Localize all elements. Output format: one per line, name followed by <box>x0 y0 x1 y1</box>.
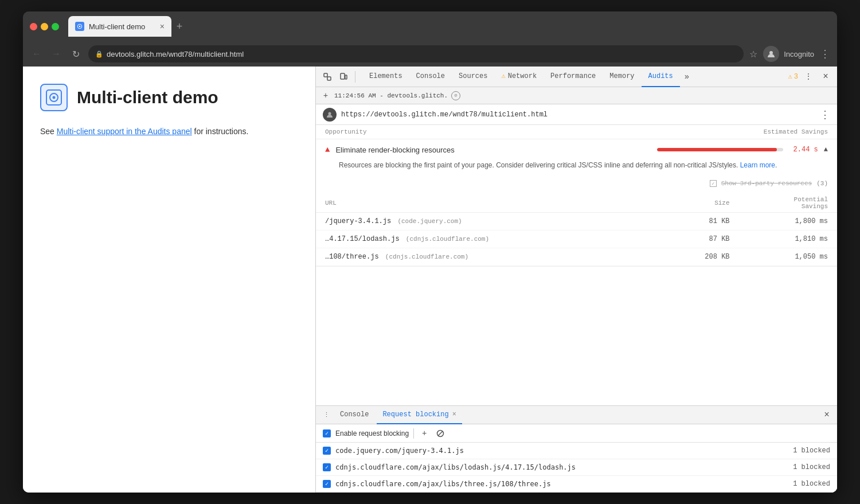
close-window-button[interactable] <box>30 23 37 30</box>
enable-blocking-label: Enable request blocking <box>335 429 409 437</box>
device-toolbar-button[interactable] <box>337 70 350 84</box>
devtools-close-button[interactable]: × <box>819 70 832 84</box>
svg-rect-6 <box>324 73 327 77</box>
minimize-window-button[interactable] <box>41 23 48 30</box>
devtools-toolbar: Elements Console Sources ⚠ Network Perfo… <box>316 67 837 87</box>
back-button[interactable]: ← <box>30 47 44 61</box>
svg-point-10 <box>329 112 331 115</box>
main-content: Multi-client demo See Multi-client suppo… <box>23 67 837 493</box>
table-cell-savings: 1,800 ms <box>739 213 837 230</box>
add-audit-button[interactable]: + <box>320 91 331 101</box>
file-domain: (cdnjs.cloudflare.com) <box>406 236 489 243</box>
url-text: devtools.glitch.me/wndt78/multiclient.ht… <box>107 50 244 58</box>
col-url-header: URL <box>316 194 658 213</box>
enable-blocking-checkbox[interactable]: ✓ <box>323 429 331 437</box>
tab-sources[interactable]: Sources <box>452 67 494 87</box>
secondary-toolbar: + 11:24:56 AM - devtools.glitch. ⊘ <box>316 87 837 104</box>
toolbar-divider <box>413 428 414 439</box>
reload-button[interactable]: ↻ <box>69 47 83 61</box>
blocked-item-count: 1 blocked <box>793 480 830 488</box>
table-cell-size: 208 KB <box>658 248 738 266</box>
svg-rect-9 <box>345 75 347 79</box>
incognito-area: Incognito <box>763 46 814 62</box>
blocked-item-checkbox[interactable]: ✓ <box>323 480 331 488</box>
audit-timestamp: 11:24:56 AM - devtools.glitch. <box>334 92 448 99</box>
add-pattern-button[interactable]: + <box>419 428 430 439</box>
tab-console[interactable]: Console <box>409 67 452 87</box>
tab-memory[interactable]: Memory <box>603 67 641 87</box>
audit-item-render-blocking: ▲ Eliminate render-blocking resources 2.… <box>316 139 837 267</box>
audit-url-menu-button[interactable]: ⋮ <box>820 108 830 121</box>
bottom-panel-menu-button[interactable]: ⋮ <box>320 409 332 421</box>
tab-request-blocking[interactable]: Request blocking × <box>377 406 462 424</box>
bookmark-button[interactable]: ☆ <box>749 49 757 60</box>
table-cell-size: 87 KB <box>658 230 738 248</box>
party-count: (3) <box>816 180 828 187</box>
table-cell-savings: 1,810 ms <box>739 230 837 248</box>
maximize-window-button[interactable] <box>52 23 59 30</box>
alert-badge: ⚠ 3 <box>788 72 798 81</box>
clear-button[interactable]: ⊘ <box>451 91 460 100</box>
browser-menu-button[interactable]: ⋮ <box>820 48 830 60</box>
lock-icon: 🔒 <box>95 50 103 58</box>
network-warning-icon: ⚠ <box>501 72 505 80</box>
page-logo-icon <box>40 84 68 111</box>
svg-point-1 <box>79 26 81 28</box>
audit-progress-bar <box>657 148 783 151</box>
tab-close-button[interactable]: × <box>160 22 165 31</box>
estimated-savings-label: Estimated Savings <box>764 128 828 135</box>
file-domain: (code.jquery.com) <box>397 218 462 225</box>
blocked-item[interactable]: ✓ cdnjs.cloudflare.com/ajax/libs/lodash.… <box>316 459 837 476</box>
bottom-panel: ⋮ Console Request blocking × × ✓ Enable … <box>316 405 837 493</box>
table-row: /jquery-3.4.1.js (code.jquery.com) 81 KB… <box>316 213 837 230</box>
audits-panel-link[interactable]: Multi-client support in the Audits panel <box>57 127 192 136</box>
svg-point-5 <box>53 96 56 99</box>
show-3party-checkbox[interactable]: ✓ <box>710 180 717 187</box>
audit-3party-row: ✓ Show 3rd-party resources (3) <box>316 178 837 194</box>
blocked-item[interactable]: ✓ code.jquery.com/jquery-3.4.1.js 1 bloc… <box>316 443 837 459</box>
forward-button[interactable]: → <box>49 47 63 61</box>
new-tab-button[interactable]: + <box>171 18 187 34</box>
browser-window: Multi-client demo × + ← → ↻ 🔒 devtools.g… <box>23 11 837 493</box>
tab-title: Multi-client demo <box>89 22 145 31</box>
file-name: /jquery-3.4.1.js <box>325 217 391 225</box>
toolbar-separator <box>355 71 355 83</box>
learn-more-link[interactable]: Learn more <box>740 161 775 169</box>
request-blocking-tab-close[interactable]: × <box>452 411 456 419</box>
bottom-panel-close-button[interactable]: × <box>821 409 832 421</box>
more-tabs-button[interactable]: » <box>680 67 694 87</box>
col-size-header: Size <box>658 194 738 213</box>
bottom-panel-toolbar: ✓ Enable request blocking + <box>316 424 837 443</box>
tab-console-bottom[interactable]: Console <box>334 406 374 424</box>
audit-item-header[interactable]: ▲ Eliminate render-blocking resources 2.… <box>316 139 837 160</box>
file-name: …4.17.15/lodash.js <box>325 235 400 243</box>
table-cell-url: …108/three.js (cdnjs.cloudflare.com) <box>316 248 658 266</box>
blocked-item-checkbox[interactable]: ✓ <box>323 463 331 471</box>
blocked-item[interactable]: ✓ cdnjs.cloudflare.com/ajax/libs/three.j… <box>316 476 837 493</box>
page-logo: Multi-client demo <box>40 84 298 111</box>
settings-button[interactable]: ⋮ <box>802 70 815 84</box>
svg-rect-7 <box>327 77 331 80</box>
block-icon <box>435 428 446 439</box>
browser-tab[interactable]: Multi-client demo × <box>68 16 171 37</box>
table-cell-url: …4.17.15/lodash.js (cdnjs.cloudflare.com… <box>316 230 658 248</box>
audit-progress-fill <box>657 148 777 151</box>
tab-audits[interactable]: Audits <box>642 67 680 87</box>
audit-expand-button[interactable]: ▲ <box>824 146 828 154</box>
tab-elements[interactable]: Elements <box>362 67 409 87</box>
tab-network[interactable]: ⚠ Network <box>494 67 544 87</box>
blocked-item-url: cdnjs.cloudflare.com/ajax/libs/lodash.js… <box>335 463 788 471</box>
audit-content: Opportunity Estimated Savings ▲ Eliminat… <box>316 125 837 405</box>
incognito-icon <box>763 46 779 62</box>
table-row: …4.17.15/lodash.js (cdnjs.cloudflare.com… <box>316 230 837 248</box>
tab-favicon <box>75 22 84 31</box>
svg-line-12 <box>438 431 443 436</box>
bottom-panel-tabs: ⋮ Console Request blocking × × <box>316 406 837 424</box>
address-field[interactable]: 🔒 devtools.glitch.me/wndt78/multiclient.… <box>88 45 744 62</box>
blocked-item-checkbox[interactable]: ✓ <box>323 447 331 455</box>
tab-performance[interactable]: Performance <box>544 67 603 87</box>
inspect-element-button[interactable] <box>320 70 334 84</box>
page-title: Multi-client demo <box>77 88 218 107</box>
audit-url-bar: https://devtools.glitch.me/wndt78/multic… <box>316 104 837 125</box>
table-cell-url: /jquery-3.4.1.js (code.jquery.com) <box>316 213 658 230</box>
